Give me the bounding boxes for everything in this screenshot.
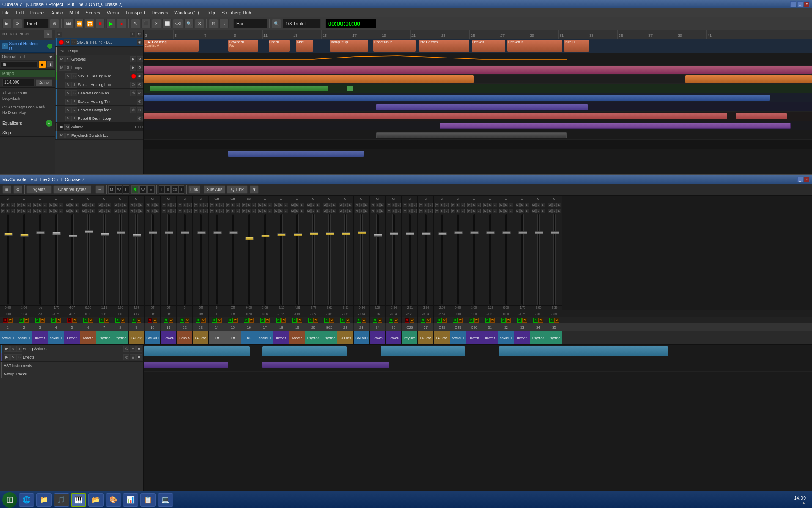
ch-fader-1[interactable] (4, 233, 13, 236)
ch-fader-18[interactable] (277, 233, 286, 236)
ch-m2-btn-21[interactable]: M (323, 209, 327, 213)
ch-s-btn-28[interactable]: S (440, 203, 444, 207)
ch-m-btn-20[interactable]: M (307, 203, 311, 207)
loops-block-1[interactable] (144, 75, 474, 83)
w-btn-34[interactable]: W (538, 318, 543, 323)
r-btn-14[interactable]: R (212, 318, 217, 323)
r-btn-6[interactable]: R (83, 318, 88, 323)
w-btn-26[interactable]: W (410, 318, 414, 323)
ch-e-btn-19[interactable]: E (300, 203, 304, 207)
ch-m-btn-12[interactable]: M (178, 203, 182, 207)
ch-e2-btn-23[interactable]: E (364, 209, 368, 213)
play-btn[interactable]: ▶ (106, 19, 115, 28)
glue-tool[interactable]: ⬜ (162, 19, 172, 28)
ch-e-btn-28[interactable]: E (444, 203, 449, 207)
ch-m-btn-1[interactable]: M (1, 203, 5, 207)
mix-Wb-btn[interactable]: W (139, 185, 147, 194)
ch-m2-btn-13[interactable]: M (194, 209, 198, 213)
ch-s2-btn-9[interactable]: S (134, 209, 139, 213)
mute-10[interactable]: M (65, 116, 71, 121)
ch-m2-btn-14[interactable]: M (210, 209, 214, 213)
solo-7[interactable]: S (71, 90, 77, 96)
ch-fader-28[interactable] (438, 232, 447, 235)
bar-display[interactable]: Bar (233, 19, 267, 28)
name-cell-34[interactable]: Paychec (530, 331, 546, 344)
ch-e2-btn-9[interactable]: E (139, 209, 143, 213)
name-cell-35[interactable]: Paychec (546, 331, 562, 344)
r-btn-3[interactable]: R (35, 318, 40, 323)
ch-m-btn-23[interactable]: M (355, 203, 359, 207)
paycheck-scratch-block[interactable] (228, 151, 364, 157)
ch-s2-btn-19[interactable]: S (295, 209, 299, 213)
r-btn-11[interactable]: R (164, 318, 168, 323)
ch-e-btn-15[interactable]: E (236, 203, 240, 207)
ch-s-btn-15[interactable]: S (231, 203, 235, 207)
ch-e-btn-13[interactable]: E (203, 203, 208, 207)
clip-la-coasting[interactable]: L.A. Coasting Coasting A (144, 40, 199, 52)
record-btn-1[interactable] (59, 40, 64, 45)
bottom-track-effects[interactable]: ▶ M S Effects ◎ ◎ ■ (0, 353, 143, 362)
track-row-1[interactable]: M S Saxual Healing - D... ◉ (55, 38, 143, 47)
name-cell-11[interactable]: Heaven (161, 331, 177, 344)
mix-CS-btn[interactable]: CS (171, 185, 178, 194)
ch-e2-btn-10[interactable]: E (155, 209, 159, 213)
track-row-12[interactable]: M S Paycheck Scratch L... (55, 131, 143, 140)
ch-fader-15[interactable] (229, 231, 238, 234)
ch-e2-btn-27[interactable]: E (428, 209, 433, 213)
name-cell-29[interactable]: Saxual H (450, 331, 466, 344)
ch-s-btn-4[interactable]: S (54, 203, 58, 207)
bottom-row-1[interactable] (144, 345, 812, 358)
ch-e2-btn-22[interactable]: E (348, 209, 352, 213)
ch-s2-btn-32[interactable]: S (504, 209, 508, 213)
ch-e2-btn-26[interactable]: E (412, 209, 417, 213)
ch-s2-btn-14[interactable]: S (215, 209, 219, 213)
r-btn-1[interactable]: R (3, 318, 8, 323)
ch-s2-btn-22[interactable]: S (343, 209, 348, 213)
w-btn-20[interactable]: W (313, 318, 318, 323)
ch-s2-btn-4[interactable]: S (54, 209, 58, 213)
ch-s2-btn-31[interactable]: S (488, 209, 492, 213)
ch-fader-2[interactable] (20, 234, 29, 237)
w-btn-35[interactable]: W (554, 318, 559, 323)
mix-link-btn[interactable]: Link (188, 185, 200, 194)
taskbar-app5[interactable]: 📋 (140, 493, 156, 507)
w-btn-2[interactable]: W (24, 318, 29, 323)
w-btn-21[interactable]: W (329, 318, 334, 323)
ch-m2-btn-19[interactable]: M (291, 209, 295, 213)
ch-m-btn-31[interactable]: M (483, 203, 488, 207)
ch-e2-btn-18[interactable]: E (284, 209, 288, 213)
strings-clip-2[interactable] (262, 346, 347, 356)
arrange-row-loops[interactable] (144, 75, 812, 84)
bt-settings-2[interactable]: ◎ (123, 354, 129, 360)
solo-6[interactable]: S (71, 82, 77, 88)
w-btn-3[interactable]: W (40, 318, 45, 323)
faders-scroll-area[interactable]: CMSEMSE0.00CMSEMSE1.04CMSEMSE-ooCMSEMSE-… (0, 196, 812, 310)
bt-settings2-1[interactable]: ◎ (130, 346, 136, 352)
w-btn-29[interactable]: W (458, 318, 463, 323)
w-btn-18[interactable]: W (281, 318, 286, 323)
menu-transport[interactable]: Transport (126, 10, 145, 15)
r-btn-23[interactable]: R (357, 318, 361, 323)
q-link-btn[interactable]: Q-Link (227, 185, 248, 194)
ch-e2-btn-35[interactable]: E (557, 209, 561, 213)
ch-e-btn-29[interactable]: E (461, 203, 465, 207)
r-btn-31[interactable]: R (485, 318, 490, 323)
ch-e-btn-31[interactable]: E (493, 203, 497, 207)
maximize-button[interactable]: □ (797, 1, 803, 7)
ch-s-btn-21[interactable]: S (327, 203, 332, 207)
triplet-display[interactable]: 1/8 Triplet (283, 19, 321, 28)
ch-m-btn-10[interactable]: M (146, 203, 150, 207)
taskbar-explorer[interactable]: 📁 (36, 493, 52, 507)
r-btn-20[interactable]: R (308, 318, 313, 323)
clip-into-heaven[interactable]: Into Heaven (419, 40, 469, 52)
name-cell-33[interactable]: Heaven (514, 331, 530, 344)
ch-e-btn-24[interactable]: E (380, 203, 384, 207)
ch-m2-btn-33[interactable]: M (516, 209, 520, 213)
ch-s2-btn-2[interactable]: S (22, 209, 26, 213)
r-btn-32[interactable]: R (501, 318, 506, 323)
name-cell-8[interactable]: Paychec (112, 331, 129, 344)
w-btn-19[interactable]: W (297, 318, 302, 323)
ch-fader-8[interactable] (117, 231, 125, 234)
mix-extra-btn[interactable]: ▼ (250, 185, 259, 194)
ch-s-btn-16[interactable]: S (247, 203, 251, 207)
